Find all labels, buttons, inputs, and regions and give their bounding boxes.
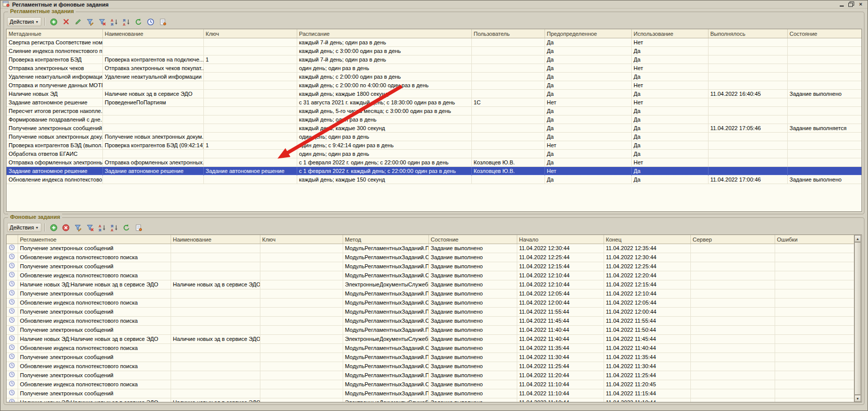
table-row[interactable]: Получение электронных сообщенийМодульРег… xyxy=(7,262,855,271)
column-header[interactable] xyxy=(7,235,18,244)
set-filter-icon[interactable] xyxy=(85,17,95,27)
column-header[interactable]: Метод xyxy=(343,235,428,244)
table-cell xyxy=(260,289,343,299)
table-row[interactable]: Получение электронных сообщенийМодульРег… xyxy=(7,371,855,380)
table-row[interactable]: Проверка контрагентов БЭДПроверка контра… xyxy=(7,55,862,64)
table-cell xyxy=(787,55,862,64)
sort-desc-icon[interactable]: ЯА xyxy=(121,17,132,27)
table-cell: Задание выполнено xyxy=(428,389,517,398)
table-row[interactable]: Получение электронных сообщенийМодульРег… xyxy=(7,289,855,299)
column-header[interactable]: Сервер xyxy=(690,235,775,244)
column-header[interactable]: Выполнялось xyxy=(708,29,787,38)
table-cell xyxy=(787,158,862,167)
table-row[interactable]: Удаление неактуальной информаци...Удален… xyxy=(7,73,862,81)
table-cell: Получение электронных сообщений xyxy=(18,371,171,380)
scroll-up-arrow-icon[interactable]: ▲ xyxy=(854,235,861,242)
refresh-icon[interactable] xyxy=(133,17,144,27)
sort-asc-icon[interactable]: АЯ xyxy=(97,222,107,232)
table-row[interactable]: Задание автономное решениеЗадание автоно… xyxy=(7,167,862,175)
column-header[interactable]: Расписание xyxy=(297,29,471,38)
column-header[interactable]: Метаданные xyxy=(7,29,102,38)
clear-filter-icon[interactable] xyxy=(97,17,107,27)
table-row[interactable]: Отправка оформленных электронны...Отправ… xyxy=(7,158,862,167)
column-header[interactable]: Ключ xyxy=(260,235,343,244)
column-header[interactable]: Наименование xyxy=(171,235,260,244)
table-row[interactable]: Обновление индекса полнотекстового поиск… xyxy=(7,317,855,326)
table-cell: МодульРегламентныхЗаданий.П... xyxy=(343,262,428,271)
table-row[interactable]: Получение электронных сообщенийМодульРег… xyxy=(7,326,855,335)
column-header[interactable]: Регламентное xyxy=(18,235,171,244)
actions-menu-button[interactable]: Действия ▾ xyxy=(7,17,41,26)
column-header[interactable]: Использование xyxy=(631,29,708,38)
table-cell xyxy=(171,271,260,280)
add-icon[interactable] xyxy=(48,17,59,27)
table-row[interactable]: Получение электронных сообщенийМодульРег… xyxy=(7,308,855,317)
table-row[interactable]: Обновление индекса полнотекстового поиск… xyxy=(7,344,855,353)
column-header[interactable]: Состояние xyxy=(787,29,862,38)
table-row[interactable]: Получение электронных сообщенийМодульРег… xyxy=(7,389,855,398)
table-cell: Получение новых электронных доку... xyxy=(7,133,102,141)
edit-icon[interactable] xyxy=(73,17,83,27)
table-row[interactable]: Наличие новых ЭД:Наличие новых эд в серв… xyxy=(7,280,855,289)
table-row[interactable]: Обновление индекса полнотекстово...кажды… xyxy=(7,175,862,184)
table-row[interactable]: Пересчет итогов регистров накопле...кажд… xyxy=(7,107,862,115)
table-row[interactable]: Отправка электронных чековОтправка элект… xyxy=(7,64,862,73)
table-row[interactable]: Наличие новых ЭДНаличие новых эд в серви… xyxy=(7,90,862,98)
refresh-icon[interactable] xyxy=(121,222,132,232)
minimize-button[interactable] xyxy=(838,1,845,8)
table-row[interactable]: Получение электронных сообщенийкаждый де… xyxy=(7,124,862,133)
delete-icon[interactable] xyxy=(61,17,71,27)
table-row[interactable]: Свертка регистра Соответствие ном...кажд… xyxy=(7,38,862,47)
close-button[interactable]: × xyxy=(857,1,864,8)
table-cell: Наличие новых ЭД xyxy=(7,90,102,98)
scroll-down-arrow-icon[interactable]: ▼ xyxy=(854,395,861,402)
table-row[interactable]: Обновление индекса полнотекстового поиск… xyxy=(7,299,855,308)
column-header[interactable]: Начало xyxy=(517,235,604,244)
table-cell xyxy=(690,253,775,262)
table-cell: 11.04.2022 11:45:44 xyxy=(604,335,690,344)
table-row[interactable]: Формирование поздравлений с дне...каждый… xyxy=(7,115,862,124)
cancel-icon[interactable] xyxy=(61,222,71,232)
table-row[interactable]: Обновление индекса полнотекстового поиск… xyxy=(7,380,855,389)
table-cell: Проверка контрагентов БЭД xyxy=(7,55,102,64)
sort-asc-icon[interactable]: АЯ xyxy=(109,17,120,27)
table-row[interactable]: Обновление индекса полнотекстового поиск… xyxy=(7,362,855,371)
column-header[interactable]: Конец xyxy=(604,235,690,244)
table-cell xyxy=(260,335,343,344)
table-row[interactable]: Наличие новых ЭД:Наличие новых эд в серв… xyxy=(7,398,855,403)
table-cell: Нет xyxy=(545,98,631,107)
set-filter-icon[interactable] xyxy=(73,222,83,232)
column-header[interactable]: Наименование xyxy=(102,29,203,38)
table-row[interactable]: Получение новых электронных доку...Получ… xyxy=(7,133,862,141)
column-header[interactable]: Предопределенное xyxy=(545,29,631,38)
column-header[interactable]: Пользователь xyxy=(471,29,545,38)
table-row[interactable]: Проверка контрагентов БЭД (выпол...Прове… xyxy=(7,141,862,150)
actions-menu-button[interactable]: Действия ▾ xyxy=(7,223,41,232)
table-row[interactable]: Отправка и получение данных МОТПкаждый д… xyxy=(7,81,862,90)
schedule-icon[interactable] xyxy=(145,17,156,27)
clear-filter-icon[interactable] xyxy=(85,222,95,232)
add-icon[interactable] xyxy=(48,222,59,232)
vertical-scrollbar[interactable]: ▲ ▼ xyxy=(854,235,861,402)
table-row[interactable]: Слияние индекса полнотекстового п...кажд… xyxy=(7,47,862,55)
table-row[interactable]: Получение электронных сообщенийМодульРег… xyxy=(7,353,855,362)
table-row[interactable]: Наличие новых ЭД:Наличие новых эд в серв… xyxy=(7,335,855,344)
table-row[interactable]: Обработка ответов ЕГАИСодин день; один р… xyxy=(7,150,862,158)
restore-button[interactable] xyxy=(847,1,855,8)
table-cell: Да xyxy=(631,115,708,124)
table-row[interactable]: Задание автономное решениеПроведениеПоПа… xyxy=(7,98,862,107)
table-cell xyxy=(787,98,862,107)
table-cell: 1 xyxy=(203,141,297,150)
table-cell: 11.04.2022 11:10:44 xyxy=(517,398,604,403)
table-cell: Задание выполнено xyxy=(428,253,517,262)
column-header[interactable]: Ключ xyxy=(203,29,297,38)
events-icon[interactable] xyxy=(133,222,144,232)
sort-desc-icon[interactable]: ЯА xyxy=(109,222,120,232)
column-header[interactable]: Состояние xyxy=(428,235,517,244)
table-row[interactable]: Получение электронных сообщенийМодульРег… xyxy=(7,244,855,253)
column-header[interactable]: Ошибки xyxy=(775,235,855,244)
table-row[interactable]: Обновление индекса полнотекстового поиск… xyxy=(7,271,855,280)
table-row[interactable]: Обновление индекса полнотекстового поиск… xyxy=(7,253,855,262)
scrollbar-thumb[interactable] xyxy=(854,242,861,395)
events-icon[interactable] xyxy=(157,17,168,27)
